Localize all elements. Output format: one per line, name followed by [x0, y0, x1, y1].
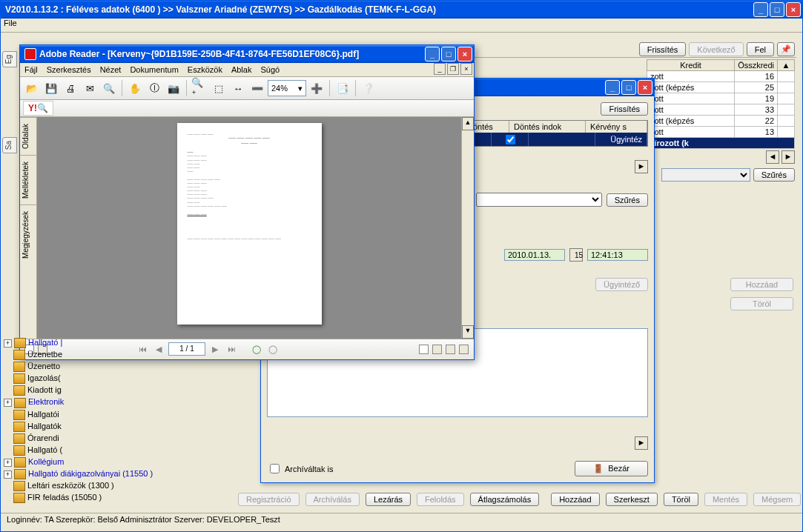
tree-node[interactable]: Kiadott ig	[4, 385, 215, 396]
document-area[interactable]: —— —— —— —— —— —— —— —— ———— —— —— —— ——…	[37, 117, 461, 339]
menu-szerkesztes[interactable]: Szerkesztés	[47, 65, 91, 74]
tree-node[interactable]: Hallgató (	[4, 445, 215, 456]
grid-row[interactable]: zott16	[647, 71, 795, 82]
calendar-icon[interactable]: 15	[569, 248, 583, 262]
zoom-combo[interactable]: 24%▾	[268, 80, 306, 96]
minimize-button[interactable]: _	[753, 2, 768, 17]
sidetab-megjegyzesek[interactable]: Megjegyzések	[20, 205, 36, 265]
open-icon[interactable]: 📂	[23, 79, 41, 97]
col-kredit[interactable]: Kredit	[647, 60, 735, 71]
dontes-checkbox[interactable]	[506, 135, 515, 144]
tree-pane[interactable]: +Hallgató |ÜzenetbeÜzenettoIgazolás(Kiad…	[4, 337, 215, 513]
mid-maximize-button[interactable]: □	[621, 80, 636, 95]
grid-row[interactable]: zott13	[647, 127, 795, 138]
select-text-icon[interactable]: Ⓘ	[145, 79, 163, 97]
lezaras-button[interactable]: Lezárás	[366, 493, 411, 506]
menu-nezet[interactable]: Nézet	[100, 65, 122, 74]
bezar-button[interactable]: 🚪Bezár	[575, 461, 648, 476]
mid-frissites-button[interactable]: Frissítés	[601, 102, 648, 116]
szerkeszt-button[interactable]: Szerkeszt	[606, 493, 658, 506]
menu-sugo[interactable]: Súgó	[260, 65, 280, 74]
tree-node[interactable]: Hallgatók	[4, 421, 215, 433]
tree-toggle-icon[interactable]: +	[4, 459, 12, 467]
fel-button[interactable]: Fel	[747, 42, 774, 56]
kredit-grid[interactable]: Kredit Összkredi ▲ zott16zott (képzés25z…	[647, 59, 795, 149]
tree-node[interactable]: +Hallgató diákigazolványai (11550 )	[4, 468, 215, 480]
adobe-maximize-button[interactable]: □	[441, 47, 456, 61]
tree-toggle-icon[interactable]: +	[4, 399, 12, 407]
tree-node[interactable]: Üzenetbe	[4, 349, 215, 361]
tree-node[interactable]: Leltári eszközök (1300 )	[4, 480, 215, 492]
tree-node[interactable]: Üzenetto	[4, 361, 215, 373]
menu-file[interactable]: File	[4, 19, 17, 27]
time-field[interactable]	[587, 249, 648, 261]
tree-node[interactable]: FIR feladás (15050 )	[4, 492, 215, 504]
yahoo-button[interactable]: Y!🔍	[23, 101, 53, 116]
forward-icon[interactable]: ◯	[266, 342, 280, 356]
mid-scroll-right-icon[interactable]: ►	[635, 160, 648, 173]
document-scrollbar[interactable]: ▲ ▼	[461, 117, 474, 339]
last-page-icon[interactable]: ⏭	[225, 342, 238, 356]
fit-page-icon[interactable]: ⬚	[210, 79, 228, 97]
layout-single-icon[interactable]	[419, 345, 429, 354]
sidetab-eg[interactable]: Eg	[2, 51, 17, 67]
menu-eszkozok[interactable]: Eszközök	[188, 65, 222, 74]
szures-button[interactable]: Szűrés	[753, 168, 795, 182]
tree-node[interactable]: +Hallgató |	[4, 337, 215, 349]
mail-icon[interactable]: ✉	[81, 79, 99, 97]
scrollbar-down-icon[interactable]: ▼	[462, 325, 474, 339]
mid-szures-button[interactable]: Szűrés	[607, 193, 648, 207]
maximize-button[interactable]: □	[770, 2, 784, 17]
print-icon[interactable]: 🖨	[62, 79, 79, 97]
menu-dokumentum[interactable]: Dokumentum	[130, 65, 178, 74]
col-kerveny[interactable]: Kérvény s	[586, 121, 647, 133]
tree-node[interactable]: +Elektronik	[4, 396, 215, 408]
mid-scroll-right2-icon[interactable]: ►	[635, 436, 648, 450]
adobe-minimize-button[interactable]: _	[425, 47, 440, 61]
scrollbar-up-icon[interactable]: ▲	[462, 117, 474, 130]
torol-button[interactable]: Töröl	[664, 493, 698, 506]
adobe-titlebar[interactable]: Adobe Reader - [Kerveny~{9D1B159E-250B-4…	[20, 45, 474, 63]
scroll-left-icon[interactable]: ◄	[766, 150, 779, 164]
hand-icon[interactable]: ✋	[126, 79, 144, 97]
col-osszkredit[interactable]: Összkredi	[735, 60, 778, 71]
mdi-close-button[interactable]: ×	[460, 63, 472, 75]
help-icon[interactable]: ❔	[360, 79, 377, 97]
menu-fajl[interactable]: Fájl	[24, 65, 38, 74]
grid-selected-row[interactable]: zírozott (k	[647, 138, 795, 149]
snapshot-icon[interactable]: 📷	[165, 79, 182, 97]
zoom-in-icon[interactable]: 🔍⁺	[191, 79, 208, 97]
layout-facing-icon[interactable]	[446, 345, 455, 354]
organize-icon[interactable]: 📑	[334, 79, 351, 97]
search-icon[interactable]: 🔍	[100, 79, 118, 97]
adobe-close-button[interactable]: ×	[457, 47, 472, 61]
frissites-button[interactable]: Frissítés	[639, 42, 687, 56]
grid-row[interactable]: zott33	[647, 104, 795, 116]
mid-minimize-button[interactable]: _	[605, 80, 620, 95]
back-icon[interactable]: ◯	[250, 342, 263, 356]
tree-node[interactable]: Órarendi	[4, 433, 215, 445]
mdi-restore-button[interactable]: ❐	[447, 63, 459, 75]
atlagszamolas-button[interactable]: Átlagszámolás	[470, 493, 540, 506]
tree-node[interactable]: Igazolás(	[4, 373, 215, 385]
mdi-minimize-button[interactable]: _	[434, 63, 446, 75]
menu-ablak[interactable]: Ablak	[231, 65, 252, 74]
mid-filter-select[interactable]	[476, 193, 602, 207]
hozzaad-button[interactable]: Hozzáad	[551, 493, 599, 506]
mid-close-button[interactable]: ×	[638, 80, 652, 95]
scroll-up-button[interactable]: ▲	[778, 60, 795, 71]
archivaltak-checkbox[interactable]: Archíváltak is	[267, 462, 333, 476]
layout-cont-icon[interactable]	[432, 345, 442, 354]
sidetab-oldalak[interactable]: Oldalak	[20, 117, 36, 155]
scroll-right-icon[interactable]: ►	[781, 150, 795, 164]
grid-row[interactable]: zott (képzés25	[647, 82, 795, 93]
date-field[interactable]	[504, 249, 565, 261]
grid-row[interactable]: zott (képzés22	[647, 116, 795, 127]
close-button[interactable]: ×	[786, 2, 801, 17]
layout-contfacing-icon[interactable]	[459, 345, 469, 354]
pin-icon[interactable]: 📌	[777, 42, 795, 56]
tree-toggle-icon[interactable]: +	[4, 471, 12, 479]
tree-node[interactable]: Hallgatói	[4, 409, 215, 421]
zoom-plus-icon[interactable]: ➕	[308, 79, 326, 97]
fit-width-icon[interactable]: ↔	[229, 79, 247, 97]
